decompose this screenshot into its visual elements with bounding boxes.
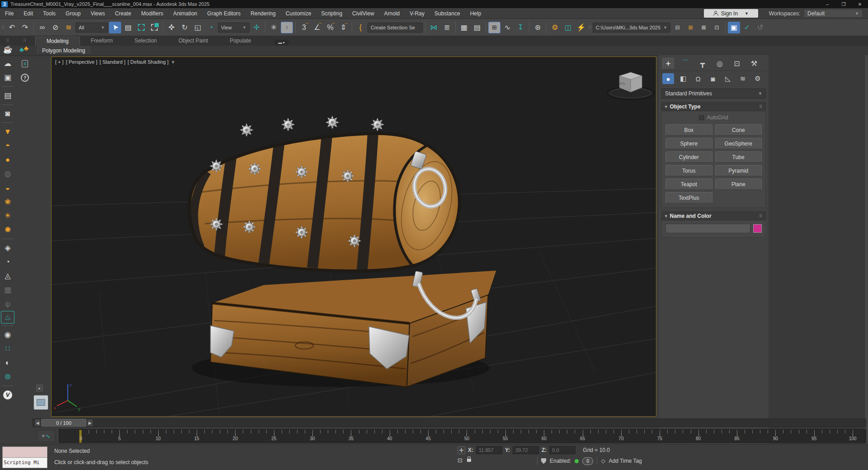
- close-button[interactable]: ✕: [852, 0, 868, 8]
- viewcube[interactable]: TOP: [607, 72, 654, 99]
- viewport-shading-menu[interactable]: [ Default Shading ]: [127, 59, 169, 65]
- time-slider-track[interactable]: [33, 418, 866, 427]
- maxscript-mini-listener[interactable]: Scripting Mi: [2, 446, 47, 468]
- vray-sun-light-icon[interactable]: ☀: [1, 209, 14, 223]
- display-tab-icon[interactable]: ⊡: [731, 58, 743, 69]
- scene-history-icon[interactable]: ↺: [754, 22, 766, 33]
- perspective-viewport[interactable]: TOP z x y [ + ] [ Perspective ] [ Standa…: [51, 56, 656, 417]
- sign-in-button[interactable]: Sign In ▼: [704, 9, 758, 18]
- ribbon-tab-selection[interactable]: Selection: [123, 37, 167, 46]
- vray-material-sphere-icon[interactable]: ◉: [1, 328, 14, 342]
- textplus-button[interactable]: TextPlus: [665, 192, 712, 203]
- vray-render-teapot-icon[interactable]: ☕: [1, 42, 14, 56]
- motion-tab-icon[interactable]: ◎: [714, 58, 726, 69]
- undo-icon[interactable]: ↶: [6, 22, 18, 33]
- toggle-scene-explorer-icon[interactable]: ▦: [458, 22, 470, 33]
- vray-sphere-light-icon[interactable]: ●: [1, 153, 14, 167]
- plane-button[interactable]: Plane: [715, 179, 762, 190]
- menu-rendering[interactable]: Rendering: [245, 8, 280, 19]
- vray-plane-light-icon[interactable]: ▼: [1, 125, 14, 139]
- z-coordinate-field[interactable]: 0.0: [549, 446, 576, 454]
- toggle-ribbon-icon[interactable]: ⊞: [488, 22, 500, 33]
- mini-curve-editor-button[interactable]: ≡ ∿: [37, 430, 55, 442]
- viewport-layout-menu[interactable]: [ Standard ]: [99, 59, 125, 65]
- toolbar-drag-handle[interactable]: ⠿⠿: [1, 25, 5, 30]
- y-coordinate-field[interactable]: 39.72: [513, 446, 539, 454]
- add-time-tag-label[interactable]: Add Time Tag: [609, 458, 642, 464]
- mirror-icon[interactable]: ⋈: [428, 22, 440, 33]
- vray-fur-icon[interactable]: ψ: [1, 297, 14, 311]
- menu-customize[interactable]: Customize: [281, 8, 316, 19]
- cameras-category-icon[interactable]: ◙: [707, 73, 719, 84]
- notification-count-button[interactable]: 0: [582, 457, 593, 465]
- vray-vegetation-icon[interactable]: ♣♣: [18, 42, 32, 56]
- menu-animation[interactable]: Animation: [168, 8, 202, 19]
- listener-script-pane[interactable]: Scripting Mi: [3, 458, 47, 468]
- vray-mesh-light-icon[interactable]: ◍: [1, 167, 14, 181]
- rectangular-selection-region-icon[interactable]: [135, 22, 147, 33]
- shapes-category-icon[interactable]: ◧: [677, 73, 689, 84]
- layout-tabs-expand-arrow[interactable]: ▸: [36, 385, 43, 391]
- hierarchy-tab-icon[interactable]: ┳: [697, 58, 708, 69]
- minimize-button[interactable]: –: [819, 0, 835, 8]
- menu-file[interactable]: File: [0, 8, 19, 19]
- primitive-category-dropdown[interactable]: Standard Primitives ▼: [661, 89, 766, 99]
- workspace-dropdown[interactable]: Default ▼: [804, 9, 863, 18]
- align-icon[interactable]: ≣: [441, 22, 453, 33]
- ribbon-minimize-button[interactable]: ▬ ▾: [274, 39, 289, 46]
- absolute-mode-icon[interactable]: ✛: [458, 446, 465, 454]
- menu-help[interactable]: Help: [465, 8, 486, 19]
- selection-filter-dropdown[interactable]: All ▼: [75, 23, 108, 33]
- vray-override-material-icon[interactable]: ∷: [1, 342, 14, 356]
- vray-decal-icon[interactable]: ◬: [1, 269, 14, 283]
- select-and-move-icon[interactable]: ✜: [165, 22, 178, 33]
- menu-vray[interactable]: V-Ray: [405, 8, 429, 19]
- isolate-selection-icon[interactable]: ⊡: [458, 457, 462, 464]
- percent-snap-icon[interactable]: %⌒: [324, 22, 336, 33]
- next-frame-arrow[interactable]: ▶: [87, 419, 93, 427]
- vray-help-icon[interactable]: ?: [18, 70, 32, 85]
- listener-macro-pane[interactable]: [3, 447, 47, 458]
- lights-category-icon[interactable]: Ω: [692, 73, 704, 84]
- vray-disc-light-icon[interactable]: ◒: [1, 181, 14, 195]
- window-crossing-icon[interactable]: [148, 22, 160, 33]
- viewport-pov-menu[interactable]: [ Perspective ]: [66, 59, 98, 65]
- menu-tools[interactable]: Tools: [38, 8, 61, 19]
- vray-ies-light-icon[interactable]: ❀: [1, 195, 14, 209]
- redo-icon[interactable]: ↷: [19, 22, 31, 33]
- name-color-header[interactable]: ▾ Name and Color ⠿: [661, 212, 766, 221]
- object-color-swatch[interactable]: [753, 224, 762, 233]
- ribbon-tab-populate[interactable]: Populate: [219, 37, 262, 46]
- curve-editor-icon[interactable]: ∿: [501, 22, 514, 33]
- tube-button[interactable]: Tube: [715, 151, 762, 163]
- x-coordinate-field[interactable]: 11.857: [476, 446, 502, 454]
- selection-lock-icon[interactable]: [467, 459, 471, 462]
- cylinder-button[interactable]: Cylinder: [665, 151, 712, 163]
- adaptive-degradation-icon[interactable]: [541, 458, 546, 464]
- render-production-icon[interactable]: ⚡: [575, 22, 587, 33]
- reference-coordinate-system-dropdown[interactable]: View ▼: [218, 23, 250, 33]
- snap-toggle-3d-icon[interactable]: 3⌒: [298, 22, 310, 33]
- systems-category-icon[interactable]: ⚙: [752, 73, 764, 84]
- menu-modifiers[interactable]: Modifiers: [136, 8, 168, 19]
- viewport-filter-icon[interactable]: ▼: [171, 60, 175, 65]
- angle-snap-icon[interactable]: ∠⌒: [311, 22, 323, 33]
- project-structure-icon[interactable]: ⊠: [698, 22, 710, 33]
- geometry-category-icon[interactable]: ●: [662, 73, 674, 84]
- material-editor-icon[interactable]: ⊛: [532, 22, 544, 33]
- cone-button[interactable]: Cone: [715, 124, 762, 136]
- project-settings-icon[interactable]: ⊟: [671, 22, 684, 33]
- edit-named-selection-sets-icon[interactable]: {: [354, 22, 367, 33]
- select-and-manipulate-icon[interactable]: ✳: [268, 22, 280, 33]
- menu-scripting[interactable]: Scripting: [316, 8, 347, 19]
- helpers-category-icon[interactable]: ◺: [722, 73, 734, 84]
- project-nodes-icon[interactable]: ⊡: [711, 22, 723, 33]
- render-setup-icon[interactable]: ⚙: [549, 22, 561, 33]
- menu-civilview[interactable]: CivilView: [347, 8, 379, 19]
- toolbar-drag-handle[interactable]: ⠿: [23, 38, 27, 42]
- viewport-layout-tab[interactable]: [33, 395, 48, 410]
- menu-group[interactable]: Group: [61, 8, 85, 19]
- vray-asset-browser-icon[interactable]: ▣: [1, 70, 14, 85]
- create-tab-icon[interactable]: +: [662, 58, 674, 69]
- viewport-plus-menu[interactable]: [ + ]: [55, 59, 64, 65]
